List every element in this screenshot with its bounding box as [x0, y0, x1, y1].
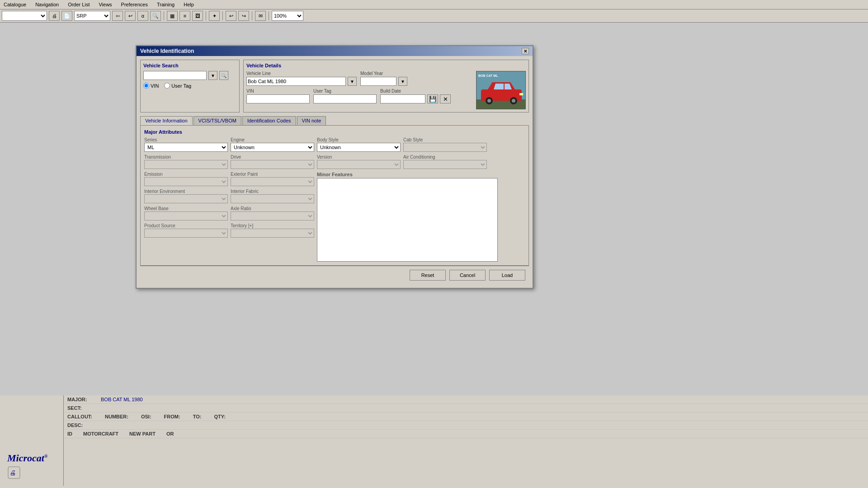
from-label: FROM: — [164, 414, 180, 419]
build-date-group: Build Date 💾 ✕ — [380, 89, 451, 103]
toolbar-print-btn[interactable]: 🖨 — [49, 11, 60, 21]
toolbar-srp-dropdown[interactable]: SRP — [74, 11, 110, 21]
vin-radio-label[interactable]: VIN — [143, 83, 159, 89]
emission-select[interactable] — [144, 177, 228, 186]
drive-select[interactable] — [231, 160, 314, 169]
car-image: BOB CAT ML — [476, 71, 526, 109]
user-tag-radio-label[interactable]: User Tag — [164, 83, 191, 89]
toolbar-arrow-btn[interactable]: ⇦ — [112, 11, 123, 21]
toolbar-dropdown1[interactable] — [2, 11, 47, 21]
attr-row-2: Transmission Drive Version — [144, 155, 525, 169]
engine-select[interactable]: Unknown — [231, 143, 314, 152]
tab-identification-codes[interactable]: Identification Codes — [242, 116, 296, 125]
menu-catalogue[interactable]: Catalogue — [2, 1, 28, 8]
search-go-btn[interactable]: 🔍 — [219, 71, 228, 80]
vin-input[interactable] — [246, 94, 310, 103]
tab-vin-note[interactable]: VIN note — [297, 116, 326, 125]
series-select[interactable]: ML — [144, 143, 228, 152]
menu-navigation[interactable]: Navigation — [33, 1, 61, 8]
new-part-label: NEW PART — [129, 431, 156, 436]
car-svg: BOB CAT ML — [476, 71, 526, 109]
vehicle-search-title: Vehicle Search — [143, 63, 236, 68]
user-tag-radio[interactable] — [164, 83, 170, 89]
user-tag-input[interactable] — [313, 94, 377, 103]
menu-preferences[interactable]: Preferences — [119, 1, 150, 8]
product-source-label: Product Source — [144, 223, 228, 228]
ext-paint-select[interactable] — [231, 177, 314, 186]
left-bottom-attrs: Emission Exterior Paint — [144, 172, 314, 262]
toolbar-print2-btn[interactable]: 📄 — [61, 11, 72, 21]
toolbar-msg-btn[interactable]: ✉ — [255, 11, 266, 21]
svg-text:🖨: 🖨 — [9, 469, 16, 476]
minor-features-title: Minor Features — [317, 172, 498, 177]
model-year-dropdown-btn[interactable]: ▼ — [398, 77, 407, 86]
emission-label: Emission — [144, 172, 228, 177]
axle-ratio-select[interactable] — [231, 211, 314, 221]
number-label: NUMBER: — [105, 414, 128, 419]
tab-vehicle-information[interactable]: Vehicle Information — [140, 116, 193, 125]
callout-row: CALLOUT: NUMBER: OSI: FROM: — [64, 413, 868, 421]
menu-views[interactable]: Views — [97, 1, 113, 8]
dialog-titlebar: Vehicle Identification ✕ — [137, 46, 533, 56]
vehicle-line-dropdown-btn[interactable]: ▼ — [348, 77, 357, 86]
version-label: Version — [317, 155, 401, 160]
cab-style-field: Cab Style — [403, 137, 487, 152]
territory-select[interactable] — [231, 229, 314, 238]
build-date-save-btn[interactable]: 💾 — [427, 94, 438, 103]
cancel-button[interactable]: Cancel — [449, 270, 486, 281]
product-source-select[interactable] — [144, 229, 228, 238]
wheelbase-label: Wheel Base — [144, 206, 228, 211]
reset-button[interactable]: Reset — [410, 270, 446, 281]
transmission-select[interactable] — [144, 160, 228, 169]
ac-select[interactable] — [403, 160, 487, 169]
toolbar-zoom-dropdown[interactable]: 100% — [272, 11, 303, 21]
wheelbase-select[interactable] — [144, 211, 228, 221]
vin-radio[interactable] — [143, 83, 149, 89]
toolbar-redo-btn[interactable]: ↪ — [238, 11, 249, 21]
tab-vcis-tsl-vbom[interactable]: VCIS/TSL/VBOM — [193, 116, 241, 125]
build-date-cancel-btn[interactable]: ✕ — [440, 94, 451, 103]
microcat-reg: ® — [44, 454, 47, 459]
toolbar-star-btn[interactable]: ✦ — [209, 11, 220, 21]
model-year-group: Model Year ▼ — [360, 71, 407, 86]
attr-row-4: Interior Environment Interior Fabric — [144, 189, 314, 203]
search-dropdown-btn[interactable]: ▼ — [208, 71, 217, 80]
int-fabric-select[interactable] — [231, 194, 314, 203]
menu-order-list[interactable]: Order List — [66, 1, 91, 8]
vehicle-line-input[interactable] — [246, 77, 346, 86]
version-select[interactable] — [317, 160, 401, 169]
major-label: MAJOR: — [67, 397, 99, 402]
toolbar-sep3 — [222, 11, 223, 20]
ac-field: Air Conditioning — [403, 155, 487, 169]
load-button[interactable]: Load — [489, 270, 525, 281]
bottom-left: Microcat® 🖨 — [0, 395, 63, 486]
toolbar-undo-btn[interactable]: ↩ — [226, 11, 236, 21]
toolbar-list-btn[interactable]: ≡ — [179, 11, 190, 21]
build-date-input[interactable] — [380, 94, 425, 103]
vin-label: VIN — [151, 83, 159, 89]
toolbar-back-btn[interactable]: ↩ — [125, 11, 136, 21]
dialog-close-button[interactable]: ✕ — [522, 48, 529, 54]
model-year-input[interactable] — [360, 77, 396, 86]
to-label: TO: — [193, 414, 202, 419]
vehicle-search-input[interactable] — [143, 71, 207, 80]
menu-help[interactable]: Help — [182, 1, 196, 8]
dialog-body: Vehicle Search ▼ 🔍 VIN User Tag — [137, 56, 533, 288]
body-style-field: Body Style Unknown — [317, 137, 401, 152]
cab-style-select[interactable] — [403, 143, 487, 152]
user-tag-group: User Tag — [313, 89, 377, 103]
microcat-icon: 🖨 — [7, 466, 21, 479]
toolbar-grid-btn[interactable]: ▦ — [167, 11, 178, 21]
toolbar-img-btn[interactable]: 🖼 — [192, 11, 203, 21]
body-style-select[interactable]: Unknown — [317, 143, 401, 152]
int-env-select[interactable] — [144, 194, 228, 203]
svg-point-9 — [512, 99, 515, 103]
drive-label: Drive — [231, 155, 314, 160]
toolbar-search-btn[interactable]: 🔍 — [150, 11, 161, 21]
minor-features: Minor Features — [317, 172, 498, 262]
user-tag-field-label: User Tag — [313, 89, 377, 94]
menu-training[interactable]: Training — [155, 1, 176, 8]
toolbar-sep5 — [269, 11, 269, 20]
osi-pair: OSI: — [141, 414, 153, 419]
toolbar-alpha-btn[interactable]: α — [137, 11, 148, 21]
